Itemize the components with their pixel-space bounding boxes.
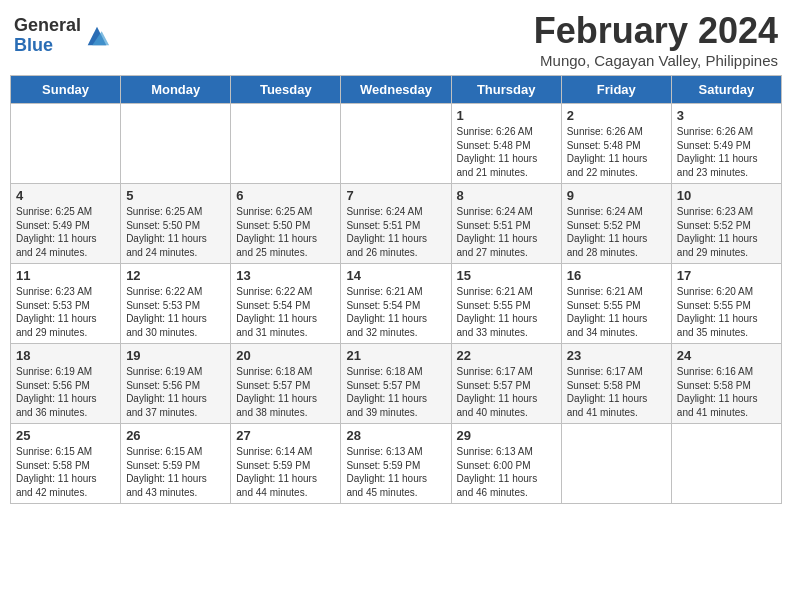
month-year-title: February 2024: [534, 10, 778, 52]
logo-blue-text: Blue: [14, 36, 81, 56]
calendar-week-row: 11Sunrise: 6:23 AM Sunset: 5:53 PM Dayli…: [11, 264, 782, 344]
day-number: 20: [236, 348, 335, 363]
cell-info: Sunrise: 6:22 AM Sunset: 5:54 PM Dayligh…: [236, 285, 335, 339]
calendar-cell: 16Sunrise: 6:21 AM Sunset: 5:55 PM Dayli…: [561, 264, 671, 344]
calendar-cell: 14Sunrise: 6:21 AM Sunset: 5:54 PM Dayli…: [341, 264, 451, 344]
cell-info: Sunrise: 6:20 AM Sunset: 5:55 PM Dayligh…: [677, 285, 776, 339]
day-number: 21: [346, 348, 445, 363]
day-number: 4: [16, 188, 115, 203]
calendar-header-row: SundayMondayTuesdayWednesdayThursdayFrid…: [11, 76, 782, 104]
calendar-week-row: 18Sunrise: 6:19 AM Sunset: 5:56 PM Dayli…: [11, 344, 782, 424]
cell-info: Sunrise: 6:24 AM Sunset: 5:52 PM Dayligh…: [567, 205, 666, 259]
calendar-cell: 27Sunrise: 6:14 AM Sunset: 5:59 PM Dayli…: [231, 424, 341, 504]
cell-info: Sunrise: 6:16 AM Sunset: 5:58 PM Dayligh…: [677, 365, 776, 419]
cell-info: Sunrise: 6:15 AM Sunset: 5:58 PM Dayligh…: [16, 445, 115, 499]
cell-info: Sunrise: 6:23 AM Sunset: 5:52 PM Dayligh…: [677, 205, 776, 259]
day-number: 7: [346, 188, 445, 203]
day-number: 28: [346, 428, 445, 443]
calendar-cell: 24Sunrise: 6:16 AM Sunset: 5:58 PM Dayli…: [671, 344, 781, 424]
cell-info: Sunrise: 6:17 AM Sunset: 5:58 PM Dayligh…: [567, 365, 666, 419]
calendar-cell: 26Sunrise: 6:15 AM Sunset: 5:59 PM Dayli…: [121, 424, 231, 504]
cell-info: Sunrise: 6:26 AM Sunset: 5:48 PM Dayligh…: [457, 125, 556, 179]
day-number: 23: [567, 348, 666, 363]
calendar-cell: 7Sunrise: 6:24 AM Sunset: 5:51 PM Daylig…: [341, 184, 451, 264]
cell-info: Sunrise: 6:14 AM Sunset: 5:59 PM Dayligh…: [236, 445, 335, 499]
column-header-sunday: Sunday: [11, 76, 121, 104]
day-number: 14: [346, 268, 445, 283]
cell-info: Sunrise: 6:23 AM Sunset: 5:53 PM Dayligh…: [16, 285, 115, 339]
calendar-cell: 8Sunrise: 6:24 AM Sunset: 5:51 PM Daylig…: [451, 184, 561, 264]
calendar-cell: 3Sunrise: 6:26 AM Sunset: 5:49 PM Daylig…: [671, 104, 781, 184]
day-number: 6: [236, 188, 335, 203]
cell-info: Sunrise: 6:13 AM Sunset: 6:00 PM Dayligh…: [457, 445, 556, 499]
calendar-cell: 21Sunrise: 6:18 AM Sunset: 5:57 PM Dayli…: [341, 344, 451, 424]
cell-info: Sunrise: 6:17 AM Sunset: 5:57 PM Dayligh…: [457, 365, 556, 419]
day-number: 1: [457, 108, 556, 123]
calendar-cell: 20Sunrise: 6:18 AM Sunset: 5:57 PM Dayli…: [231, 344, 341, 424]
cell-info: Sunrise: 6:25 AM Sunset: 5:50 PM Dayligh…: [236, 205, 335, 259]
calendar-week-row: 1Sunrise: 6:26 AM Sunset: 5:48 PM Daylig…: [11, 104, 782, 184]
column-header-tuesday: Tuesday: [231, 76, 341, 104]
day-number: 24: [677, 348, 776, 363]
logo: General Blue: [14, 16, 111, 56]
calendar-cell: [231, 104, 341, 184]
calendar-cell: [341, 104, 451, 184]
calendar-cell: 15Sunrise: 6:21 AM Sunset: 5:55 PM Dayli…: [451, 264, 561, 344]
day-number: 27: [236, 428, 335, 443]
day-number: 5: [126, 188, 225, 203]
cell-info: Sunrise: 6:21 AM Sunset: 5:54 PM Dayligh…: [346, 285, 445, 339]
cell-info: Sunrise: 6:24 AM Sunset: 5:51 PM Dayligh…: [346, 205, 445, 259]
day-number: 9: [567, 188, 666, 203]
day-number: 18: [16, 348, 115, 363]
page-header: General Blue February 2024 Mungo, Cagaya…: [10, 10, 782, 69]
cell-info: Sunrise: 6:13 AM Sunset: 5:59 PM Dayligh…: [346, 445, 445, 499]
calendar-cell: 13Sunrise: 6:22 AM Sunset: 5:54 PM Dayli…: [231, 264, 341, 344]
logo-icon: [83, 22, 111, 50]
day-number: 22: [457, 348, 556, 363]
calendar-cell: 11Sunrise: 6:23 AM Sunset: 5:53 PM Dayli…: [11, 264, 121, 344]
cell-info: Sunrise: 6:26 AM Sunset: 5:49 PM Dayligh…: [677, 125, 776, 179]
day-number: 10: [677, 188, 776, 203]
calendar-cell: 19Sunrise: 6:19 AM Sunset: 5:56 PM Dayli…: [121, 344, 231, 424]
calendar-cell: [121, 104, 231, 184]
calendar-cell: 17Sunrise: 6:20 AM Sunset: 5:55 PM Dayli…: [671, 264, 781, 344]
calendar-week-row: 4Sunrise: 6:25 AM Sunset: 5:49 PM Daylig…: [11, 184, 782, 264]
calendar-cell: [561, 424, 671, 504]
cell-info: Sunrise: 6:18 AM Sunset: 5:57 PM Dayligh…: [236, 365, 335, 419]
day-number: 16: [567, 268, 666, 283]
cell-info: Sunrise: 6:21 AM Sunset: 5:55 PM Dayligh…: [457, 285, 556, 339]
day-number: 15: [457, 268, 556, 283]
calendar-cell: 1Sunrise: 6:26 AM Sunset: 5:48 PM Daylig…: [451, 104, 561, 184]
calendar-cell: 9Sunrise: 6:24 AM Sunset: 5:52 PM Daylig…: [561, 184, 671, 264]
day-number: 12: [126, 268, 225, 283]
day-number: 2: [567, 108, 666, 123]
calendar-cell: 18Sunrise: 6:19 AM Sunset: 5:56 PM Dayli…: [11, 344, 121, 424]
calendar-cell: 4Sunrise: 6:25 AM Sunset: 5:49 PM Daylig…: [11, 184, 121, 264]
column-header-friday: Friday: [561, 76, 671, 104]
calendar-cell: 29Sunrise: 6:13 AM Sunset: 6:00 PM Dayli…: [451, 424, 561, 504]
cell-info: Sunrise: 6:25 AM Sunset: 5:49 PM Dayligh…: [16, 205, 115, 259]
calendar-cell: 6Sunrise: 6:25 AM Sunset: 5:50 PM Daylig…: [231, 184, 341, 264]
cell-info: Sunrise: 6:21 AM Sunset: 5:55 PM Dayligh…: [567, 285, 666, 339]
location-subtitle: Mungo, Cagayan Valley, Philippines: [534, 52, 778, 69]
column-header-thursday: Thursday: [451, 76, 561, 104]
calendar-week-row: 25Sunrise: 6:15 AM Sunset: 5:58 PM Dayli…: [11, 424, 782, 504]
title-block: February 2024 Mungo, Cagayan Valley, Phi…: [534, 10, 778, 69]
day-number: 26: [126, 428, 225, 443]
cell-info: Sunrise: 6:25 AM Sunset: 5:50 PM Dayligh…: [126, 205, 225, 259]
cell-info: Sunrise: 6:18 AM Sunset: 5:57 PM Dayligh…: [346, 365, 445, 419]
day-number: 11: [16, 268, 115, 283]
calendar-cell: 23Sunrise: 6:17 AM Sunset: 5:58 PM Dayli…: [561, 344, 671, 424]
column-header-saturday: Saturday: [671, 76, 781, 104]
day-number: 29: [457, 428, 556, 443]
calendar-cell: 5Sunrise: 6:25 AM Sunset: 5:50 PM Daylig…: [121, 184, 231, 264]
cell-info: Sunrise: 6:24 AM Sunset: 5:51 PM Dayligh…: [457, 205, 556, 259]
calendar-cell: 22Sunrise: 6:17 AM Sunset: 5:57 PM Dayli…: [451, 344, 561, 424]
calendar-cell: 25Sunrise: 6:15 AM Sunset: 5:58 PM Dayli…: [11, 424, 121, 504]
calendar-cell: 10Sunrise: 6:23 AM Sunset: 5:52 PM Dayli…: [671, 184, 781, 264]
calendar-cell: [671, 424, 781, 504]
column-header-monday: Monday: [121, 76, 231, 104]
calendar-table: SundayMondayTuesdayWednesdayThursdayFrid…: [10, 75, 782, 504]
day-number: 8: [457, 188, 556, 203]
calendar-cell: 2Sunrise: 6:26 AM Sunset: 5:48 PM Daylig…: [561, 104, 671, 184]
